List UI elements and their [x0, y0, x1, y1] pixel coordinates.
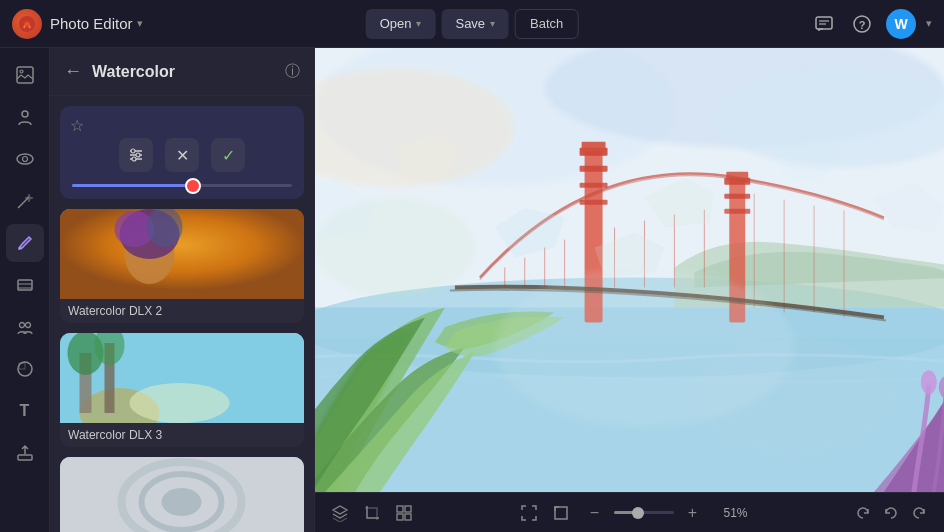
- save-button[interactable]: Save ▾: [441, 9, 509, 39]
- svg-point-1: [24, 21, 30, 27]
- sidebar-icon-export[interactable]: [6, 434, 44, 472]
- svg-rect-87: [397, 514, 403, 520]
- open-button[interactable]: Open ▾: [366, 9, 436, 39]
- history-controls: [854, 504, 928, 522]
- svg-point-25: [136, 153, 140, 157]
- svg-point-10: [17, 154, 33, 164]
- crop-button[interactable]: [363, 504, 381, 522]
- user-chevron[interactable]: ▾: [926, 17, 932, 30]
- svg-point-8: [20, 70, 23, 73]
- svg-rect-7: [17, 67, 33, 83]
- user-avatar[interactable]: W: [886, 9, 916, 39]
- back-button[interactable]: ←: [64, 61, 82, 82]
- svg-rect-86: [405, 506, 411, 512]
- icon-sidebar: T: [0, 48, 50, 532]
- app-title-chevron: ▾: [137, 17, 143, 30]
- main-body: T ← Watercolor ⓘ ☆: [0, 48, 944, 532]
- sidebar-icon-magic[interactable]: [6, 182, 44, 220]
- effect-label-dlx3: Watercolor DLX 3: [60, 423, 304, 447]
- panel-title: Watercolor: [92, 63, 175, 81]
- canvas-image[interactable]: [315, 48, 944, 492]
- favorite-button[interactable]: ☆: [70, 116, 84, 135]
- sidebar-icon-group[interactable]: [6, 308, 44, 346]
- cancel-button[interactable]: ✕: [165, 138, 199, 172]
- history-forward-button[interactable]: [854, 504, 872, 522]
- sidebar-icon-eye[interactable]: [6, 140, 44, 178]
- help-button[interactable]: ?: [848, 10, 876, 38]
- svg-point-16: [19, 323, 24, 328]
- svg-point-12: [18, 247, 21, 250]
- redo-button[interactable]: [910, 504, 928, 522]
- confirm-button[interactable]: ✓: [211, 138, 245, 172]
- card-actions: ✕ ✓: [72, 138, 292, 172]
- active-effect-card: ☆ ✕: [60, 106, 304, 199]
- sidebar-icon-shape[interactable]: [6, 350, 44, 388]
- sidebar-icon-image[interactable]: [6, 56, 44, 94]
- zoom-slider[interactable]: [614, 511, 674, 514]
- zoom-controls: − + 51%: [584, 502, 748, 524]
- zoom-in-button[interactable]: +: [682, 502, 704, 524]
- svg-rect-2: [816, 17, 832, 29]
- layers-bottom-button[interactable]: [331, 504, 349, 522]
- sidebar-icon-text[interactable]: T: [6, 392, 44, 430]
- effect-label-dlx2: Watercolor DLX 2: [60, 299, 304, 323]
- svg-rect-89: [555, 507, 567, 519]
- svg-point-24: [131, 149, 135, 153]
- app-title: Photo Editor: [50, 15, 133, 32]
- effects-panel: ← Watercolor ⓘ ☆: [50, 48, 315, 532]
- svg-point-26: [132, 157, 136, 161]
- sidebar-icon-person[interactable]: [6, 98, 44, 136]
- effect-card-dlx2[interactable]: Watercolor DLX 2: [60, 209, 304, 323]
- panel-header: ← Watercolor ⓘ: [50, 48, 314, 96]
- fit-screen-button[interactable]: [520, 504, 538, 522]
- svg-text:?: ?: [859, 19, 866, 31]
- effect-card-dlx3[interactable]: Watercolor DLX 3: [60, 333, 304, 447]
- svg-point-9: [22, 111, 28, 117]
- svg-rect-46: [60, 457, 304, 532]
- zoom-percent: 51%: [712, 506, 748, 520]
- svg-point-83: [495, 268, 794, 428]
- fullscreen-button[interactable]: [552, 504, 570, 522]
- panel-content: ☆ ✕: [50, 96, 314, 532]
- svg-point-17: [25, 323, 30, 328]
- undo-button[interactable]: [882, 504, 900, 522]
- svg-rect-40: [60, 333, 304, 423]
- app-title-group[interactable]: Photo Editor ▾: [50, 15, 143, 32]
- effect-card-dlx4[interactable]: Watercolor DLX 4: [60, 457, 304, 532]
- svg-point-11: [22, 157, 27, 162]
- svg-rect-88: [405, 514, 411, 520]
- app-logo: [12, 9, 42, 39]
- info-button[interactable]: ⓘ: [285, 62, 300, 81]
- sidebar-icon-layers[interactable]: [6, 266, 44, 304]
- topbar: Photo Editor ▾ Open ▾ Save ▾ Batch: [0, 0, 944, 48]
- svg-rect-85: [397, 506, 403, 512]
- bottom-bar: − + 51%: [315, 492, 944, 532]
- batch-button[interactable]: Batch: [515, 9, 578, 39]
- svg-rect-32: [60, 209, 304, 299]
- canvas-area: − + 51%: [315, 48, 944, 532]
- adjust-button[interactable]: [119, 138, 153, 172]
- grid-button[interactable]: [395, 504, 413, 522]
- sidebar-icon-brush[interactable]: [6, 224, 44, 262]
- zoom-out-button[interactable]: −: [584, 502, 606, 524]
- intensity-slider[interactable]: [72, 184, 292, 187]
- chat-button[interactable]: [810, 10, 838, 38]
- svg-marker-84: [333, 506, 347, 514]
- svg-rect-20: [18, 455, 32, 460]
